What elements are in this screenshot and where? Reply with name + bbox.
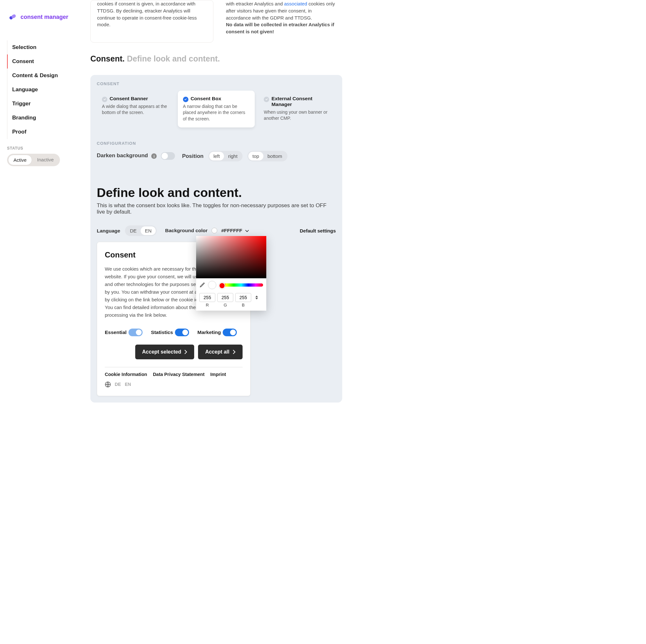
cookie-info-link[interactable]: Cookie Information [105,372,147,377]
option-consent-box[interactable]: Consent Box A narrow dialog that can be … [178,91,255,127]
footer-lang-en[interactable]: EN [125,382,131,387]
option-title: Consent Banner [110,96,169,102]
purpose-marketing: Marketing [197,329,237,336]
hue-slider[interactable] [219,283,263,287]
essential-toggle [128,329,142,336]
darken-text: Darken background [97,153,148,159]
color-picker-popover[interactable]: R G B [196,236,266,310]
globe-icon [105,381,111,387]
eyedropper-icon[interactable] [199,282,205,288]
hex-value: #FFFFFF [221,228,242,233]
option-desc: A narrow dialog that can be placed anywh… [183,104,250,122]
chevron-down-icon [245,230,249,232]
current-color-swatch [208,281,216,289]
g-label: G [217,303,233,307]
default-settings-link[interactable]: Default settings [300,228,336,234]
sidebar-nav: Selection Consent Content & Design Langu… [7,40,76,139]
top-right-text-a: with etracker Analytics and [226,1,284,6]
background-color-control[interactable]: Background color #FFFFFF [165,228,249,234]
color-swatch[interactable] [211,228,217,234]
position-control: Position left right top bottom [182,151,287,161]
section-title: Consent. [90,54,125,63]
section-subtitle: Define look and content. [127,54,220,63]
b-input[interactable] [235,293,251,302]
option-desc: When using your own banner or another CM… [264,109,331,122]
lang-de[interactable]: DE [126,226,141,235]
r-input[interactable] [199,293,215,302]
consent-panel: CONSENT Consent Banner A wide dialog tha… [90,75,342,402]
top-right-bold: No data will be collected in etracker An… [226,22,334,34]
nav-content-design[interactable]: Content & Design [7,69,76,83]
position-horizontal[interactable]: left right [208,151,242,161]
nav-proof[interactable]: Proof [7,125,76,139]
position-vertical[interactable]: top bottom [247,151,288,161]
logo-text: consent manager [20,14,68,20]
consent-panel-label: CONSENT [97,81,336,86]
nav-selection[interactable]: Selection [7,40,76,54]
purpose-label: Statistics [151,330,173,335]
status-label: STATUS [7,146,76,150]
status-active[interactable]: Active [8,155,32,165]
pos-top[interactable]: top [248,152,263,160]
position-label: Position [182,153,204,159]
nav-consent[interactable]: Consent [7,54,76,69]
radio-icon [102,97,107,102]
purpose-statistics: Statistics [151,329,189,336]
language-label: Language [97,228,120,234]
info-icon[interactable]: i [151,153,157,159]
define-subheading: This is what the consent box looks like.… [97,203,336,215]
g-input[interactable] [217,293,233,302]
purpose-label: Marketing [197,330,221,335]
pos-left[interactable]: left [209,152,224,160]
top-cards: cookies if consent is given, in accordan… [90,0,342,42]
pos-right[interactable]: right [224,152,242,160]
b-label: B [235,303,251,307]
section-heading: Consent. Define look and content. [90,54,342,63]
radio-icon [264,97,269,102]
purpose-label: Essential [105,330,127,335]
chevron-right-icon [184,350,187,354]
associated-link[interactable]: associated [284,1,307,6]
imprint-link[interactable]: Imprint [210,372,226,377]
option-desc: A wide dialog that appears at the bottom… [102,104,169,116]
nav-language[interactable]: Language [7,83,76,97]
language-segment[interactable]: DE EN [125,226,157,236]
darken-background-label: Darken background i [97,152,175,160]
status-inactive[interactable]: Inactive [32,155,59,165]
r-label: R [199,303,215,307]
option-consent-banner[interactable]: Consent Banner A wide dialog that appear… [97,91,174,127]
status-toggle[interactable]: Active Inactive [7,154,60,166]
purpose-essential: Essential [105,329,142,336]
nav-trigger[interactable]: Trigger [7,97,76,111]
btn-label: Accept selected [142,349,181,355]
btn-label: Accept all [205,349,229,355]
privacy-link[interactable]: Data Privacy Statement [153,372,204,377]
top-card-right: with etracker Analytics and associated c… [219,0,342,42]
configuration-label: CONFIGURATION [97,141,336,146]
chevron-right-icon [233,350,235,354]
darken-toggle[interactable] [161,152,175,160]
nav-branding[interactable]: Branding [7,111,76,125]
saturation-picker[interactable] [196,236,266,278]
logo-icon [7,11,18,22]
define-heading: Define look and content. [97,186,336,200]
logo: consent manager [7,11,76,22]
option-external-cmp[interactable]: External Consent Manager When using your… [258,91,336,127]
color-mode-stepper[interactable] [254,294,259,301]
footer-lang-de[interactable]: DE [115,382,121,387]
language-control: Language DE EN [97,226,157,236]
bg-label: Background color [165,228,208,233]
option-title: Consent Box [191,96,250,102]
pos-bottom[interactable]: bottom [263,152,287,160]
statistics-toggle[interactable] [175,329,189,336]
top-card-left: cookies if consent is given, in accordan… [90,0,213,42]
option-title: External Consent Manager [272,96,331,107]
accept-all-button[interactable]: Accept all [198,345,242,359]
marketing-toggle[interactable] [223,329,237,336]
radio-icon [183,97,189,102]
accept-selected-button[interactable]: Accept selected [135,345,195,359]
lang-en[interactable]: EN [141,226,156,235]
